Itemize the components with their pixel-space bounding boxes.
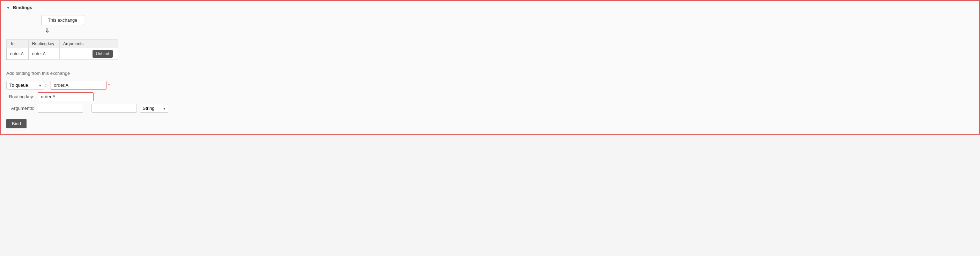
routing-key-form-row: Routing key: bbox=[6, 92, 974, 101]
col-actions bbox=[89, 40, 118, 48]
bind-button[interactable]: Bind bbox=[6, 119, 27, 128]
eq-sign: = bbox=[86, 106, 89, 111]
col-routing-key: Routing key bbox=[29, 40, 60, 48]
arguments-label: Arguments: bbox=[6, 106, 38, 111]
unbind-button[interactable]: Unbind bbox=[92, 50, 113, 58]
queue-type-select-wrapper: To queue To exchange ▼ bbox=[6, 81, 44, 90]
table-header-row: To Routing key Arguments bbox=[6, 40, 118, 48]
table-row: order.A order.A Unbind bbox=[6, 48, 118, 60]
down-arrow-icon: ⇓ bbox=[45, 27, 50, 34]
queue-type-select[interactable]: To queue To exchange bbox=[6, 81, 44, 90]
arguments-key-input[interactable] bbox=[38, 104, 83, 113]
arguments-form-row: Arguments: = String Number Boolean ▼ bbox=[6, 104, 974, 113]
queue-name-input[interactable] bbox=[51, 81, 107, 90]
add-binding-label: Add binding from this exchange bbox=[6, 67, 974, 76]
type-select[interactable]: String Number Boolean bbox=[140, 104, 168, 113]
required-star: * bbox=[108, 83, 110, 88]
arguments-value-input[interactable] bbox=[91, 104, 137, 113]
bindings-table: To Routing key Arguments order.A order.A… bbox=[6, 39, 118, 60]
exchange-box: This exchange bbox=[41, 15, 84, 25]
queue-form-row: To queue To exchange ▼ : * bbox=[6, 81, 974, 90]
col-to: To bbox=[6, 40, 29, 48]
type-select-wrapper: String Number Boolean ▼ bbox=[140, 104, 168, 113]
cell-unbind: Unbind bbox=[89, 48, 118, 60]
exchange-flow: This exchange ⇓ bbox=[41, 15, 974, 34]
routing-key-input[interactable] bbox=[38, 92, 94, 101]
cell-arguments bbox=[60, 48, 89, 60]
colon-separator: : bbox=[44, 83, 46, 88]
routing-key-label: Routing key: bbox=[6, 94, 38, 99]
panel-header: ▼ Bindings bbox=[6, 5, 974, 10]
cell-to: order.A bbox=[6, 48, 29, 60]
cell-routing-key: order.A bbox=[29, 48, 60, 60]
bindings-panel: ▼ Bindings This exchange ⇓ To Routing ke… bbox=[0, 0, 980, 134]
col-arguments: Arguments bbox=[60, 40, 89, 48]
panel-title: Bindings bbox=[13, 5, 32, 10]
collapse-icon[interactable]: ▼ bbox=[6, 6, 10, 10]
